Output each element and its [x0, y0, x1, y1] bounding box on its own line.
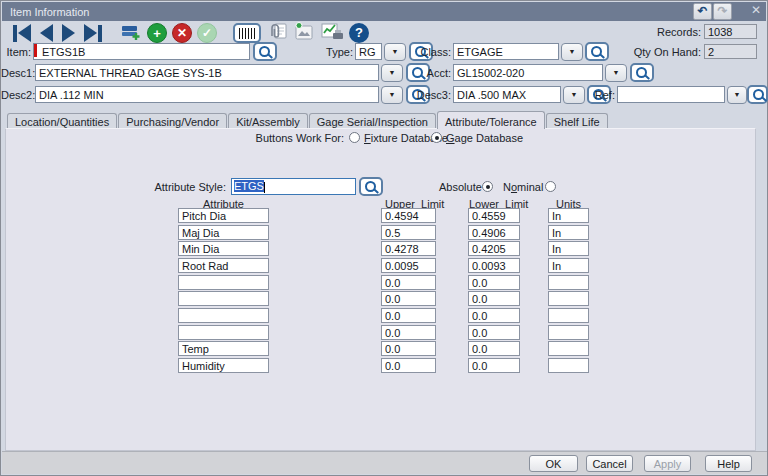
lower-limit-input[interactable] — [468, 358, 520, 373]
photo-icon — [293, 22, 315, 42]
attribute-input[interactable] — [178, 208, 269, 223]
desc2-input[interactable] — [35, 86, 379, 103]
lower-limit-input[interactable] — [468, 341, 520, 356]
copy-record-button[interactable] — [120, 22, 142, 44]
units-input[interactable] — [548, 358, 589, 373]
ref-input[interactable] — [617, 86, 725, 103]
upper-limit-input[interactable] — [381, 325, 436, 340]
add-record-button[interactable]: + — [147, 23, 167, 43]
item-search-button[interactable] — [253, 42, 277, 61]
last-record-button[interactable] — [82, 24, 104, 42]
upper-limit-input[interactable] — [381, 275, 436, 290]
acct-dropdown-button[interactable]: ▼ — [605, 64, 627, 82]
class-dropdown-button[interactable]: ▼ — [561, 43, 583, 61]
acct-input[interactable] — [453, 64, 603, 81]
desc1-input[interactable] — [35, 64, 379, 81]
tab-gage-serial-inspection[interactable]: Gage Serial/Inspection — [309, 113, 436, 129]
units-input[interactable] — [548, 241, 589, 256]
photo-button[interactable] — [293, 22, 315, 44]
attribute-style-search-button[interactable] — [359, 177, 383, 196]
desc3-input[interactable] — [453, 86, 561, 103]
upper-limit-input[interactable] — [381, 341, 436, 356]
desc1-dropdown-button[interactable]: ▼ — [381, 64, 403, 82]
delete-record-button[interactable]: ✕ — [172, 23, 192, 43]
units-input[interactable] — [548, 208, 589, 223]
close-button[interactable]: ✕ — [751, 4, 761, 16]
button-bar: OK Cancel Apply Help — [2, 451, 767, 474]
lower-limit-input[interactable] — [468, 308, 520, 323]
attachments-button[interactable] — [266, 22, 288, 44]
desc2-dropdown-button[interactable]: ▼ — [381, 86, 403, 104]
upper-limit-input[interactable] — [381, 258, 436, 273]
next-record-button[interactable] — [60, 24, 77, 42]
units-input[interactable] — [548, 225, 589, 240]
upper-limit-input[interactable] — [381, 208, 436, 223]
tab-purchasing-vendor[interactable]: Purchasing/Vendor — [118, 113, 227, 129]
type-input[interactable] — [355, 43, 382, 60]
apply-button[interactable]: Apply — [644, 455, 691, 472]
attribute-input[interactable] — [178, 241, 269, 256]
help-button[interactable]: ? — [349, 23, 369, 43]
redo-icon: ↷ — [717, 4, 727, 18]
attribute-input[interactable] — [178, 291, 269, 306]
gage-database-radio[interactable] — [431, 132, 442, 143]
upper-limit-input[interactable] — [381, 225, 436, 240]
required-field-marker — [34, 44, 37, 57]
lower-limit-input[interactable] — [468, 291, 520, 306]
fixture-database-radio[interactable] — [349, 132, 360, 143]
attribute-input[interactable] — [178, 341, 269, 356]
table-row — [178, 225, 598, 240]
upper-limit-input[interactable] — [381, 358, 436, 373]
ok-button[interactable]: OK — [529, 455, 578, 472]
attribute-input[interactable] — [178, 275, 269, 290]
units-input[interactable] — [548, 308, 589, 323]
cancel-button[interactable]: Cancel — [586, 455, 633, 472]
barcode-button[interactable] — [233, 23, 261, 43]
lower-limit-input[interactable] — [468, 241, 520, 256]
upper-limit-input[interactable] — [381, 241, 436, 256]
nominal-radio[interactable] — [545, 181, 556, 192]
save-record-button[interactable]: ✓ — [197, 23, 217, 43]
ref-dropdown-button[interactable]: ▼ — [727, 86, 747, 104]
tab-attribute-tolerance[interactable]: Attribute/Tolerance — [437, 111, 545, 129]
tab-kit-assembly[interactable]: Kit/Assembly — [228, 113, 308, 129]
upper-limit-input[interactable] — [381, 308, 436, 323]
units-input[interactable] — [548, 325, 589, 340]
attribute-input[interactable] — [178, 325, 269, 340]
chart-printer-icon — [320, 22, 344, 42]
toolbar: + ✕ ✓ ? — [11, 23, 369, 43]
lower-limit-input[interactable] — [468, 258, 520, 273]
class-input[interactable] — [453, 43, 559, 60]
lower-limit-input[interactable] — [468, 208, 520, 223]
previous-record-button[interactable] — [38, 24, 55, 42]
report-print-button[interactable] — [320, 22, 344, 44]
attribute-style-input[interactable]: ETGS — [231, 178, 356, 195]
item-input[interactable] — [33, 43, 250, 60]
buttons-work-for-label: Buttons Work For: — [254, 132, 344, 144]
upper-limit-input[interactable] — [381, 291, 436, 306]
units-input[interactable] — [548, 258, 589, 273]
attribute-input[interactable] — [178, 358, 269, 373]
help-button-footer[interactable]: Help — [705, 455, 752, 472]
lower-limit-input[interactable] — [468, 225, 520, 240]
attribute-input[interactable] — [178, 225, 269, 240]
chevron-down-icon: ▼ — [613, 69, 620, 76]
attribute-input[interactable] — [178, 258, 269, 273]
units-input[interactable] — [548, 275, 589, 290]
undo-button[interactable]: ↶ — [693, 3, 712, 20]
absolute-radio[interactable] — [482, 181, 493, 192]
type-dropdown-button[interactable]: ▼ — [384, 43, 406, 61]
units-input[interactable] — [548, 291, 589, 306]
lower-limit-input[interactable] — [468, 325, 520, 340]
tab-location-quantities[interactable]: Location/Quantities — [7, 113, 117, 129]
acct-search-button[interactable] — [630, 63, 654, 82]
redo-button[interactable]: ↷ — [713, 3, 732, 20]
units-input[interactable] — [548, 341, 589, 356]
first-record-button[interactable] — [11, 24, 33, 42]
class-search-button[interactable] — [585, 42, 609, 61]
lower-limit-input[interactable] — [468, 275, 520, 290]
tab-shelf-life[interactable]: Shelf Life — [546, 113, 608, 129]
ref-search-button[interactable] — [747, 85, 768, 104]
attribute-input[interactable] — [178, 308, 269, 323]
table-row — [178, 275, 598, 290]
